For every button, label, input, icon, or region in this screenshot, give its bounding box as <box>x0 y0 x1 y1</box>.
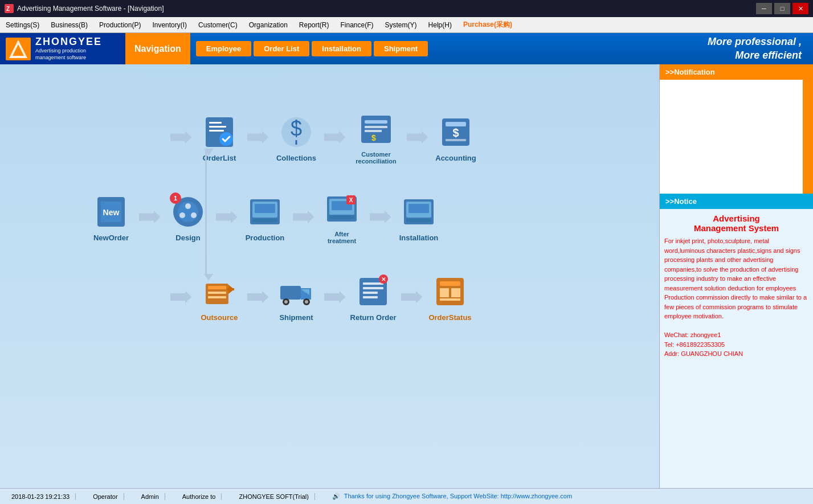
flow-item-orderlist[interactable]: OrderList <box>194 113 245 162</box>
arrow-3 <box>405 129 430 146</box>
arrow-4 <box>137 208 162 226</box>
arrow-6 <box>291 208 316 226</box>
menu-help[interactable]: Help(H) <box>423 19 457 31</box>
notification-scrollbar[interactable] <box>803 80 813 194</box>
menu-settings[interactable]: Settings(S) <box>0 19 45 31</box>
flow-item-outsource[interactable]: Outsource <box>194 272 245 322</box>
shipment2-label: Shipment <box>279 313 313 322</box>
after-treatment-label: Aftertreatment <box>328 231 356 244</box>
menu-organization[interactable]: Organization <box>243 19 293 31</box>
svg-rect-43 <box>408 204 429 213</box>
design-label: Design <box>175 233 200 242</box>
flow-item-collections[interactable]: $ Collections <box>271 113 322 162</box>
menu-bar: Settings(S) Business(B) Production(P) In… <box>0 17 813 33</box>
customer-rec-icon: $ <box>358 111 394 147</box>
right-panel: >>Notification >>Notice AdvertisingManag… <box>659 64 813 488</box>
svg-rect-62 <box>363 296 378 298</box>
svg-rect-59 <box>363 282 383 285</box>
logo-area: ZHONGYEE Advertising productionmanagemen… <box>0 33 125 64</box>
svg-rect-69 <box>440 298 460 301</box>
svg-rect-15 <box>365 120 387 124</box>
flow-item-installation2[interactable]: Installation <box>393 192 444 242</box>
header-slogan: More professional , More efficient <box>708 35 813 62</box>
menu-production[interactable]: Production(P) <box>93 19 146 31</box>
svg-point-57 <box>305 300 308 304</box>
svg-rect-50 <box>227 288 234 290</box>
notice-text: For inkjet print, photo,sculpture, metal… <box>664 236 808 359</box>
maximize-button[interactable]: □ <box>774 3 790 14</box>
tab-orderlist[interactable]: Order List <box>254 41 309 56</box>
menu-customer[interactable]: Customer(C) <box>193 19 243 31</box>
menu-business[interactable]: Business(B) <box>45 19 93 31</box>
svg-rect-46 <box>208 286 226 289</box>
menu-inventory[interactable]: Inventory(I) <box>146 19 193 31</box>
nav-canvas: OrderList $ Collections <box>0 64 659 488</box>
flow-item-neworder[interactable]: New NewOrder <box>85 192 137 242</box>
svg-rect-34 <box>252 219 277 222</box>
app-icon: Z <box>5 4 14 13</box>
notice-header: >>Notice <box>660 194 813 209</box>
arrow-start-row3 <box>168 289 194 306</box>
close-button[interactable]: ✕ <box>792 3 808 14</box>
svg-rect-17 <box>365 130 382 132</box>
minimize-button[interactable]: ─ <box>756 3 772 14</box>
nav-tabs: Employee Order List Installation Shipmen… <box>190 41 708 56</box>
accounting-icon: $ <box>438 114 474 150</box>
customer-rec-label: Customerreconciliation <box>356 151 397 165</box>
flow-item-production[interactable]: Production <box>239 192 291 242</box>
flow-item-customer-rec[interactable]: $ Customerreconciliation <box>348 110 405 165</box>
flow-row-1: OrderList $ Collections <box>168 110 481 165</box>
design-badge: 1 <box>170 192 181 204</box>
status-authorize-label: Authorize to <box>177 493 222 500</box>
menu-system[interactable]: System(Y) <box>379 19 423 31</box>
production-icon <box>247 194 283 230</box>
arrow-1 <box>245 129 271 146</box>
orderlist-icon <box>201 114 238 150</box>
svg-rect-67 <box>440 288 449 297</box>
status-message: 🔊 Thanks for using Zhongyee Software, Su… <box>326 493 807 500</box>
svg-text:New: New <box>103 208 120 217</box>
svg-text:$: $ <box>452 126 459 139</box>
status-datetime: 2018-01-23 19:21:33 <box>6 493 76 500</box>
svg-rect-47 <box>208 292 226 294</box>
flow-item-shipment2[interactable]: Shipment <box>271 272 322 322</box>
flow-item-orderstatus[interactable]: OrderStatus <box>424 272 476 322</box>
status-bar: 2018-01-23 19:21:33 Operator Admin Autho… <box>0 488 813 504</box>
svg-rect-8 <box>209 130 224 132</box>
tab-installation[interactable]: Installation <box>312 41 371 56</box>
neworder-icon: New <box>93 194 129 230</box>
svg-point-55 <box>284 300 288 304</box>
svg-text:$: $ <box>371 133 376 142</box>
flow-item-accounting[interactable]: $ Accounting <box>430 113 481 162</box>
return-order-icon: ✕ <box>355 273 391 310</box>
tab-shipment[interactable]: Shipment <box>374 41 428 56</box>
menu-report[interactable]: Report(R) <box>293 19 335 31</box>
flow-item-after-treatment[interactable]: X Aftertreatment <box>316 190 367 244</box>
flow-item-return-order[interactable]: ✕ Return Order <box>348 272 399 322</box>
header: ZHONGYEE Advertising productionmanagemen… <box>0 33 813 64</box>
status-operator-value: Admin <box>136 493 165 500</box>
svg-rect-60 <box>363 287 383 289</box>
arrow-10 <box>399 289 424 306</box>
arrow-7 <box>367 208 393 226</box>
logo-text: ZHONGYEE Advertising productionmanagemen… <box>35 36 102 61</box>
neworder-label: NewOrder <box>93 233 129 242</box>
notification-body <box>660 80 813 194</box>
tab-employee[interactable]: Employee <box>196 41 251 56</box>
svg-rect-44 <box>406 219 431 222</box>
logo-sub: Advertising productionmanagement softwar… <box>35 48 102 61</box>
vertical-connector-left <box>205 149 207 275</box>
menu-finance[interactable]: Finance(F) <box>335 19 379 31</box>
flow-row-2: New NewOrder 1 Design <box>85 190 444 244</box>
notice-body: AdvertisingManagement System For inkjet … <box>660 209 813 488</box>
menu-purchase[interactable]: Purchase(采购) <box>457 18 518 32</box>
installation-icon <box>401 194 437 230</box>
arrow-down-2 <box>204 274 213 281</box>
svg-rect-38 <box>329 216 354 219</box>
status-operator-label: Operator <box>87 493 124 500</box>
svg-rect-20 <box>446 122 466 126</box>
svg-point-29 <box>179 212 185 218</box>
orderstatus-label: OrderStatus <box>428 313 471 322</box>
production-label: Production <box>246 233 285 242</box>
svg-rect-66 <box>440 281 460 286</box>
